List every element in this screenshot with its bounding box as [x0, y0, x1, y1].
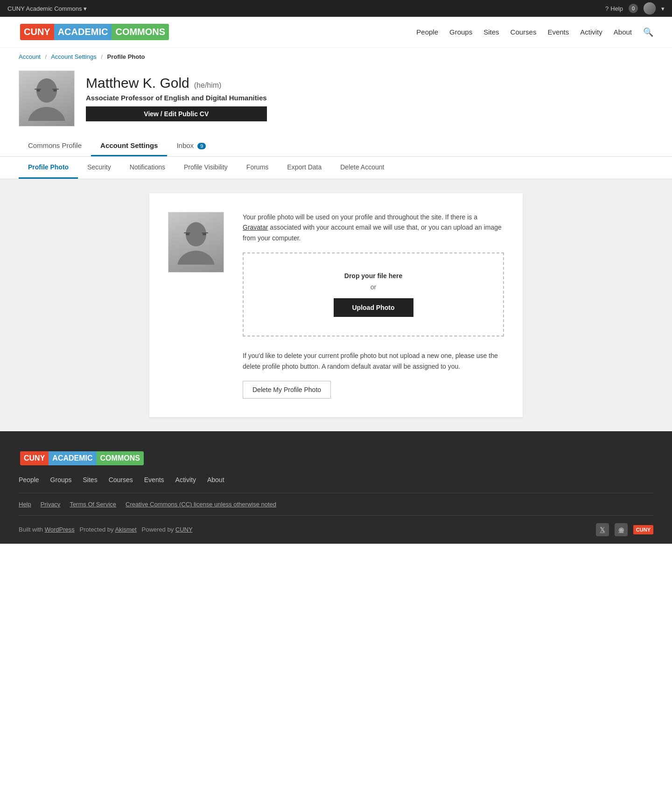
nav-events[interactable]: Events — [547, 28, 569, 36]
avatar-image — [644, 2, 656, 14]
svg-rect-8 — [186, 233, 189, 235]
svg-point-7 — [177, 251, 215, 265]
logo-academic: ACADEMIC — [54, 24, 112, 40]
footer-nav-people[interactable]: People — [19, 476, 39, 484]
nav-people[interactable]: People — [416, 28, 438, 36]
footer-nav-about[interactable]: About — [207, 476, 224, 484]
footer-nav-events[interactable]: Events — [144, 476, 164, 484]
svg-point-1 — [28, 107, 65, 121]
avatar-svg — [28, 77, 65, 121]
gravatar-link[interactable]: Gravatar — [243, 224, 268, 231]
tab-profile-visibility[interactable]: Profile Visibility — [175, 157, 237, 179]
footer-nav: People Groups Sites Courses Events Activ… — [19, 476, 653, 484]
tab-commons-profile[interactable]: Commons Profile — [19, 136, 91, 156]
logo-cuny: CUNY — [20, 24, 54, 40]
footer-nav-groups[interactable]: Groups — [50, 476, 72, 484]
site-logo[interactable]: CUNY ACADEMIC COMMONS — [19, 22, 170, 42]
footer-logo-academic: ACADEMIC — [49, 451, 96, 465]
rss-icon[interactable]: ◉ — [615, 523, 628, 536]
search-button[interactable]: 🔍 — [643, 27, 653, 37]
akismet-link[interactable]: Akismet — [115, 526, 136, 533]
tab-profile-photo[interactable]: Profile Photo — [19, 157, 78, 179]
tabs-primary: Commons Profile Account Settings Inbox 9 — [0, 136, 672, 157]
svg-rect-10 — [184, 232, 190, 233]
delete-section: If you'd like to delete your current pro… — [243, 350, 504, 399]
tab-delete-account[interactable]: Delete Account — [331, 157, 393, 179]
breadcrumb-account[interactable]: Account — [19, 53, 41, 60]
photo-section: Your profile photo will be used on your … — [168, 212, 504, 399]
wordpress-link[interactable]: WordPress — [45, 526, 75, 533]
main-content: Your profile photo will be used on your … — [0, 179, 672, 431]
footer-terms-link[interactable]: Terms Of Service — [70, 501, 116, 508]
top-bar: CUNY Academic Commons ▾ ? Help 0 ▾ — [0, 0, 672, 17]
current-profile-photo — [168, 212, 224, 273]
user-menu-chevron-icon[interactable]: ▾ — [661, 5, 665, 12]
twitter-icon[interactable]: 𝕏 — [596, 523, 609, 536]
profile-info: Matthew K. Gold (he/him) Associate Profe… — [86, 70, 267, 121]
tab-notifications[interactable]: Notifications — [120, 157, 175, 179]
svg-rect-9 — [203, 233, 206, 235]
question-icon: ? — [605, 5, 609, 12]
cuny-footer-badge: CUNY — [633, 525, 653, 534]
nav-links: People Groups Sites Courses Events Activ… — [416, 27, 653, 37]
user-avatar-topbar[interactable] — [644, 2, 656, 14]
nav-groups[interactable]: Groups — [449, 28, 472, 36]
footer-logo[interactable]: CUNY ACADEMIC COMMONS — [19, 450, 653, 467]
help-link[interactable]: ? Help — [605, 5, 623, 12]
footer-cc-link[interactable]: Creative Commons (CC) license unless oth… — [126, 501, 276, 508]
footer-logo-commons: COMMONS — [97, 451, 144, 465]
content-card: Your profile photo will be used on your … — [149, 193, 523, 417]
footer-social: 𝕏 ◉ CUNY — [596, 523, 653, 536]
drop-zone-or: or — [253, 283, 494, 291]
cuny-link[interactable]: CUNY — [175, 526, 193, 533]
photo-description: Your profile photo will be used on your … — [243, 212, 504, 243]
tab-export-data[interactable]: Export Data — [278, 157, 331, 179]
profile-pronouns: (he/him) — [194, 81, 222, 90]
footer-nav-activity[interactable]: Activity — [175, 476, 196, 484]
footer-bottom: Built with WordPress Protected by Akisme… — [19, 515, 653, 544]
delete-photo-button[interactable]: Delete My Profile Photo — [243, 381, 331, 399]
svg-rect-4 — [35, 89, 41, 90]
footer-logo-cuny: CUNY — [20, 451, 49, 465]
footer-privacy-link[interactable]: Privacy — [41, 501, 61, 508]
footer-nav-sites[interactable]: Sites — [83, 476, 98, 484]
upload-photo-button[interactable]: Upload Photo — [334, 298, 413, 317]
svg-rect-3 — [53, 90, 57, 91]
drop-zone[interactable]: Drop your file here or Upload Photo — [243, 252, 504, 336]
tabs-secondary: Profile Photo Security Notifications Pro… — [0, 157, 672, 179]
profile-header: Matthew K. Gold (he/him) Associate Profe… — [0, 66, 672, 136]
footer: CUNY ACADEMIC COMMONS People Groups Site… — [0, 431, 672, 544]
nav-about[interactable]: About — [614, 28, 632, 36]
delete-description: If you'd like to delete your current pro… — [243, 350, 504, 371]
nav-courses[interactable]: Courses — [511, 28, 537, 36]
breadcrumb-settings[interactable]: Account Settings — [51, 53, 97, 60]
cv-button[interactable]: View / Edit Public CV — [86, 106, 267, 121]
footer-links: Help Privacy Terms Of Service Creative C… — [19, 493, 653, 515]
footer-credit: Built with WordPress Protected by Akisme… — [19, 526, 193, 533]
nav-activity[interactable]: Activity — [580, 28, 602, 36]
breadcrumb-current: Profile Photo — [107, 53, 145, 60]
footer-help-link[interactable]: Help — [19, 501, 31, 508]
site-name-dropdown[interactable]: CUNY Academic Commons ▾ — [7, 5, 87, 12]
nav-sites[interactable]: Sites — [483, 28, 499, 36]
breadcrumb-sep2: / — [101, 53, 103, 60]
notifications-badge[interactable]: 0 — [629, 4, 638, 13]
inbox-badge: 9 — [197, 143, 206, 149]
svg-rect-2 — [36, 90, 40, 91]
current-photo-svg — [177, 220, 215, 265]
profile-title: Associate Professor of English and Digit… — [86, 94, 267, 102]
tab-forums[interactable]: Forums — [237, 157, 278, 179]
breadcrumb: Account / Account Settings / Profile Pho… — [0, 48, 672, 66]
svg-rect-11 — [202, 232, 208, 233]
dropdown-chevron-icon: ▾ — [84, 5, 87, 12]
drop-zone-text: Drop your file here — [253, 272, 494, 280]
tab-inbox[interactable]: Inbox 9 — [167, 136, 215, 156]
footer-nav-courses[interactable]: Courses — [109, 476, 133, 484]
main-nav: CUNY ACADEMIC COMMONS People Groups Site… — [0, 17, 672, 48]
profile-avatar — [19, 70, 75, 126]
tab-account-settings[interactable]: Account Settings — [91, 136, 167, 156]
logo-commons: COMMONS — [112, 24, 169, 40]
tab-security[interactable]: Security — [78, 157, 120, 179]
breadcrumb-sep1: / — [45, 53, 47, 60]
photo-info: Your profile photo will be used on your … — [243, 212, 504, 399]
